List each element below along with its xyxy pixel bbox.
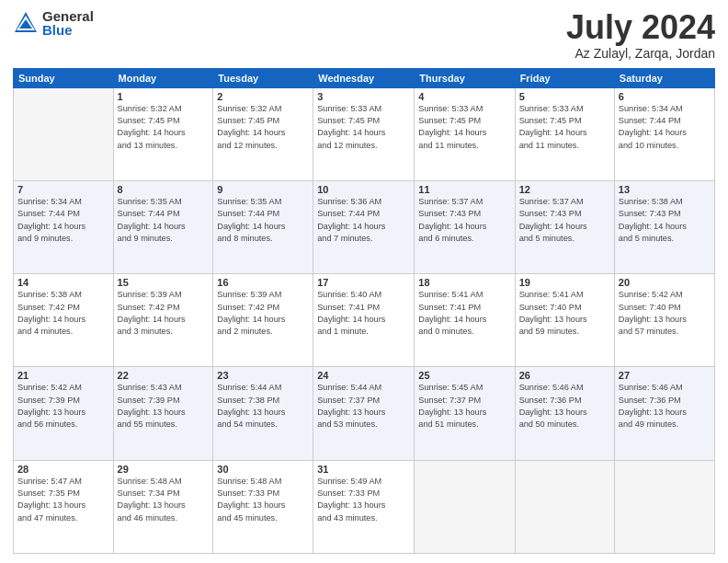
day-number: 15 (118, 277, 210, 288)
cell-info: Sunrise: 5:35 AM Sunset: 7:44 PM Dayligh… (217, 196, 309, 245)
header-day-saturday: Saturday (614, 68, 714, 87)
cell-info: Sunrise: 5:43 AM Sunset: 7:39 PM Dayligh… (118, 382, 210, 431)
day-number: 28 (17, 464, 109, 475)
calendar-cell: 26Sunrise: 5:46 AM Sunset: 7:36 PM Dayli… (515, 367, 614, 460)
calendar-cell: 17Sunrise: 5:40 AM Sunset: 7:41 PM Dayli… (313, 274, 415, 367)
calendar-cell: 5Sunrise: 5:33 AM Sunset: 7:45 PM Daylig… (515, 87, 614, 180)
cell-info: Sunrise: 5:39 AM Sunset: 7:42 PM Dayligh… (118, 289, 210, 338)
week-row-4: 21Sunrise: 5:42 AM Sunset: 7:39 PM Dayli… (14, 367, 715, 460)
cell-info: Sunrise: 5:49 AM Sunset: 7:33 PM Dayligh… (317, 476, 410, 524)
day-number: 4 (418, 91, 510, 102)
cell-info: Sunrise: 5:44 AM Sunset: 7:37 PM Dayligh… (317, 382, 410, 431)
header-day-friday: Friday (515, 68, 614, 87)
cell-info: Sunrise: 5:41 AM Sunset: 7:41 PM Dayligh… (418, 289, 510, 338)
header-day-thursday: Thursday (415, 68, 515, 87)
calendar-cell: 31Sunrise: 5:49 AM Sunset: 7:33 PM Dayli… (313, 460, 415, 553)
day-number: 9 (217, 184, 309, 195)
cell-info: Sunrise: 5:46 AM Sunset: 7:36 PM Dayligh… (619, 382, 711, 431)
calendar-cell: 29Sunrise: 5:48 AM Sunset: 7:34 PM Dayli… (113, 460, 213, 553)
day-number: 23 (217, 370, 309, 381)
calendar-cell: 28Sunrise: 5:47 AM Sunset: 7:35 PM Dayli… (14, 460, 114, 553)
calendar-cell: 2Sunrise: 5:32 AM Sunset: 7:45 PM Daylig… (213, 87, 313, 180)
calendar-cell: 10Sunrise: 5:36 AM Sunset: 7:44 PM Dayli… (313, 180, 415, 273)
calendar-cell: 9Sunrise: 5:35 AM Sunset: 7:44 PM Daylig… (213, 180, 313, 273)
day-number: 29 (118, 464, 210, 475)
calendar-cell: 14Sunrise: 5:38 AM Sunset: 7:42 PM Dayli… (14, 274, 114, 367)
day-number: 6 (619, 91, 711, 102)
calendar-cell (614, 460, 714, 553)
cell-info: Sunrise: 5:40 AM Sunset: 7:41 PM Dayligh… (317, 289, 410, 338)
day-number: 8 (118, 184, 210, 195)
cell-info: Sunrise: 5:34 AM Sunset: 7:44 PM Dayligh… (619, 103, 711, 152)
day-number: 26 (519, 370, 610, 381)
calendar-cell: 12Sunrise: 5:37 AM Sunset: 7:43 PM Dayli… (515, 180, 614, 273)
day-number: 7 (17, 184, 109, 195)
cell-info: Sunrise: 5:38 AM Sunset: 7:42 PM Dayligh… (17, 289, 109, 338)
calendar-cell: 16Sunrise: 5:39 AM Sunset: 7:42 PM Dayli… (213, 274, 313, 367)
calendar-cell: 7Sunrise: 5:34 AM Sunset: 7:44 PM Daylig… (14, 180, 114, 273)
calendar-cell: 18Sunrise: 5:41 AM Sunset: 7:41 PM Dayli… (415, 274, 515, 367)
day-number: 20 (619, 277, 711, 288)
day-number: 24 (317, 370, 410, 381)
cell-info: Sunrise: 5:45 AM Sunset: 7:37 PM Dayligh… (418, 382, 510, 431)
calendar-cell: 24Sunrise: 5:44 AM Sunset: 7:37 PM Dayli… (313, 367, 415, 460)
cell-info: Sunrise: 5:37 AM Sunset: 7:43 PM Dayligh… (418, 196, 510, 245)
cell-info: Sunrise: 5:32 AM Sunset: 7:45 PM Dayligh… (217, 103, 309, 152)
header-day-monday: Monday (113, 68, 213, 87)
logo: General Blue (13, 9, 94, 37)
calendar-cell: 8Sunrise: 5:35 AM Sunset: 7:44 PM Daylig… (113, 180, 213, 273)
day-number: 21 (17, 370, 109, 381)
logo-icon (13, 10, 39, 36)
logo-general-text: General (42, 9, 94, 23)
day-number: 18 (418, 277, 510, 288)
cell-info: Sunrise: 5:42 AM Sunset: 7:40 PM Dayligh… (619, 289, 711, 338)
cell-info: Sunrise: 5:34 AM Sunset: 7:44 PM Dayligh… (17, 196, 109, 245)
cell-info: Sunrise: 5:37 AM Sunset: 7:43 PM Dayligh… (519, 196, 610, 245)
cell-info: Sunrise: 5:44 AM Sunset: 7:38 PM Dayligh… (217, 382, 309, 431)
cell-info: Sunrise: 5:33 AM Sunset: 7:45 PM Dayligh… (317, 103, 410, 152)
day-number: 27 (619, 370, 711, 381)
cell-info: Sunrise: 5:32 AM Sunset: 7:45 PM Dayligh… (118, 103, 210, 152)
title-block: July 2024 Az Zulayl, Zarqa, Jordan (566, 9, 715, 61)
day-number: 3 (317, 91, 410, 102)
logo-text: General Blue (42, 9, 94, 37)
location-subtitle: Az Zulayl, Zarqa, Jordan (566, 46, 715, 61)
calendar-cell: 4Sunrise: 5:33 AM Sunset: 7:45 PM Daylig… (415, 87, 515, 180)
day-number: 31 (317, 464, 410, 475)
day-number: 22 (118, 370, 210, 381)
calendar-cell: 30Sunrise: 5:48 AM Sunset: 7:33 PM Dayli… (213, 460, 313, 553)
calendar-cell: 23Sunrise: 5:44 AM Sunset: 7:38 PM Dayli… (213, 367, 313, 460)
calendar-cell: 3Sunrise: 5:33 AM Sunset: 7:45 PM Daylig… (313, 87, 415, 180)
week-row-1: 1Sunrise: 5:32 AM Sunset: 7:45 PM Daylig… (14, 87, 715, 180)
day-number: 16 (217, 277, 309, 288)
calendar-cell: 27Sunrise: 5:46 AM Sunset: 7:36 PM Dayli… (614, 367, 714, 460)
cell-info: Sunrise: 5:41 AM Sunset: 7:40 PM Dayligh… (519, 289, 610, 338)
cell-info: Sunrise: 5:48 AM Sunset: 7:34 PM Dayligh… (118, 476, 210, 524)
day-number: 25 (418, 370, 510, 381)
calendar-cell: 1Sunrise: 5:32 AM Sunset: 7:45 PM Daylig… (113, 87, 213, 180)
week-row-3: 14Sunrise: 5:38 AM Sunset: 7:42 PM Dayli… (14, 274, 715, 367)
cell-info: Sunrise: 5:35 AM Sunset: 7:44 PM Dayligh… (118, 196, 210, 245)
day-number: 1 (118, 91, 210, 102)
cell-info: Sunrise: 5:46 AM Sunset: 7:36 PM Dayligh… (519, 382, 610, 431)
day-number: 5 (519, 91, 610, 102)
day-number: 10 (317, 184, 410, 195)
day-number: 14 (17, 277, 109, 288)
cell-info: Sunrise: 5:47 AM Sunset: 7:35 PM Dayligh… (17, 476, 109, 524)
day-number: 12 (519, 184, 610, 195)
header: General Blue July 2024 Az Zulayl, Zarqa,… (13, 9, 715, 61)
day-number: 13 (619, 184, 711, 195)
day-number: 2 (217, 91, 309, 102)
calendar-cell (515, 460, 614, 553)
header-day-wednesday: Wednesday (313, 68, 415, 87)
cell-info: Sunrise: 5:36 AM Sunset: 7:44 PM Dayligh… (317, 196, 410, 245)
calendar-cell: 22Sunrise: 5:43 AM Sunset: 7:39 PM Dayli… (113, 367, 213, 460)
page: General Blue July 2024 Az Zulayl, Zarqa,… (0, 0, 728, 563)
cell-info: Sunrise: 5:33 AM Sunset: 7:45 PM Dayligh… (519, 103, 610, 152)
header-day-sunday: Sunday (14, 68, 114, 87)
calendar-cell: 19Sunrise: 5:41 AM Sunset: 7:40 PM Dayli… (515, 274, 614, 367)
header-day-tuesday: Tuesday (213, 68, 313, 87)
calendar-header-row: SundayMondayTuesdayWednesdayThursdayFrid… (14, 68, 715, 87)
calendar-cell: 20Sunrise: 5:42 AM Sunset: 7:40 PM Dayli… (614, 274, 714, 367)
calendar-cell (415, 460, 515, 553)
